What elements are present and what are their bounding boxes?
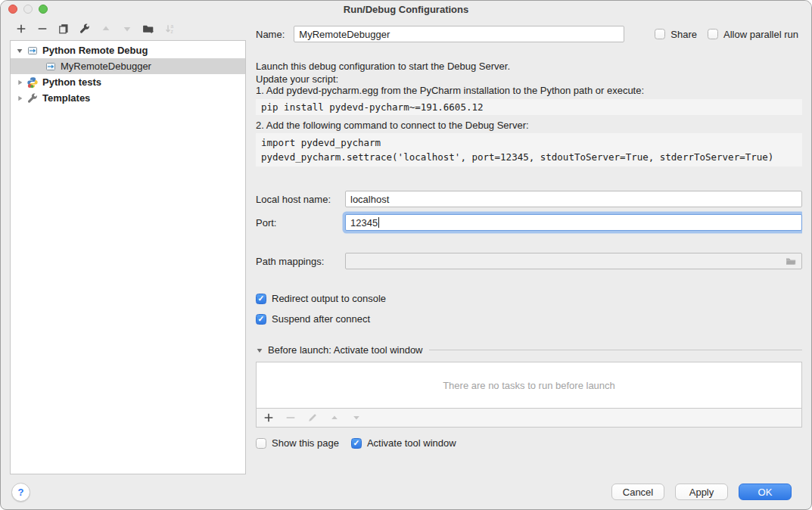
tree-item-python-remote-debug[interactable]: Python Remote Debug <box>11 42 245 58</box>
remote-debug-config-icon <box>26 45 39 57</box>
add-task-icon[interactable] <box>263 412 275 424</box>
before-launch-toolbar <box>256 409 802 428</box>
move-task-down-icon <box>350 412 362 424</box>
chevron-right-icon[interactable] <box>15 95 24 102</box>
separator-line <box>429 350 802 350</box>
titlebar: Run/Debug Configurations <box>1 1 811 17</box>
activate-tool-window-label: Activate tool window <box>367 437 456 449</box>
help-button[interactable]: ? <box>11 483 30 502</box>
before-launch-header: Before launch: Activate tool window <box>268 344 423 356</box>
name-label: Name: <box>256 29 285 40</box>
configurations-toolbar: az <box>10 17 246 40</box>
add-icon[interactable] <box>15 23 27 35</box>
share-label: Share <box>670 29 697 40</box>
step2-text: 2. Add the following command to connect … <box>256 120 802 131</box>
activate-tool-window-checkbox[interactable] <box>351 438 362 449</box>
local-host-name-input[interactable] <box>345 191 802 207</box>
show-this-page-checkbox[interactable] <box>256 438 266 449</box>
dialog-footer: ? Cancel Apply OK <box>1 474 811 509</box>
path-mappings-input[interactable] <box>345 253 802 269</box>
tree-item-label: Python Remote Debug <box>42 45 148 56</box>
configurations-tree: Python Remote Debug MyRemoteDebugger <box>10 40 246 474</box>
tree-item-label: Python tests <box>42 76 101 88</box>
remote-debug-config-icon <box>45 61 57 73</box>
help-icon: ? <box>18 487 24 498</box>
edit-task-pencil-icon <box>306 412 319 424</box>
remove-task-icon <box>285 412 297 424</box>
allow-parallel-run-label: Allow parallel run <box>723 29 798 40</box>
configurations-panel: az Python Remote Debug <box>10 17 246 474</box>
local-host-name-label: Local host name: <box>256 194 345 205</box>
intro-text: Launch this debug configuration to start… <box>256 61 802 72</box>
tree-item-templates[interactable]: Templates <box>11 90 245 106</box>
code-line: import pydevd_pycharm <box>261 135 797 150</box>
port-label: Port: <box>256 217 345 229</box>
path-mappings-label: Path mappings: <box>256 256 345 267</box>
tree-item-label: Templates <box>42 92 90 104</box>
traffic-lights <box>8 5 48 14</box>
suspend-after-connect-checkbox[interactable] <box>256 314 266 325</box>
show-this-page-label: Show this page <box>272 437 339 449</box>
tree-item-myremotedebugger[interactable]: MyRemoteDebugger <box>11 58 245 74</box>
copy-icon[interactable] <box>58 23 70 35</box>
name-input[interactable] <box>294 26 624 42</box>
move-task-up-icon <box>328 412 341 424</box>
svg-text:z: z <box>171 29 173 34</box>
code-line: pydevd_pycharm.settrace('localhost', por… <box>261 150 797 164</box>
before-launch-task-list: There are no tasks to run before launch <box>256 362 802 409</box>
edit-templates-wrench-icon[interactable] <box>79 23 91 35</box>
update-script-text: Update your script: <box>256 73 802 85</box>
redirect-output-checkbox[interactable] <box>256 294 266 304</box>
remove-icon[interactable] <box>36 23 48 35</box>
tree-item-python-tests[interactable]: Python tests <box>11 74 245 90</box>
allow-parallel-run-checkbox[interactable] <box>708 29 718 39</box>
python-tests-icon <box>26 76 39 89</box>
pip-install-code: pip install pydevd-pycharm~=191.6605.12 <box>256 99 802 115</box>
tree-item-label: MyRemoteDebugger <box>61 61 151 72</box>
empty-tasks-text: There are no tasks to run before launch <box>443 380 615 391</box>
chevron-right-icon[interactable] <box>15 79 24 86</box>
move-up-icon <box>100 23 112 35</box>
suspend-after-connect-label: Suspend after connect <box>272 313 370 325</box>
before-launch-collapse-icon[interactable] <box>256 347 263 354</box>
ok-button[interactable]: OK <box>739 484 792 500</box>
port-input[interactable]: 12345 <box>345 214 802 231</box>
close-window-button[interactable] <box>8 5 17 14</box>
share-checkbox[interactable] <box>655 29 665 39</box>
configuration-editor: Name: Share Allow parallel run Launch th… <box>256 17 802 474</box>
browse-folder-icon[interactable] <box>785 255 797 267</box>
settrace-code: import pydevd_pycharm pydevd_pycharm.set… <box>256 133 802 166</box>
run-debug-configurations-dialog: Run/Debug Configurations <box>0 0 812 510</box>
zoom-window-button[interactable] <box>39 5 48 14</box>
sort-alphabetically-icon: az <box>163 23 176 35</box>
chevron-down-icon[interactable] <box>15 47 24 54</box>
step1-text: 1. Add pydevd-pycharm.egg from the PyCha… <box>256 85 802 96</box>
redirect-output-label: Redirect output to console <box>272 293 386 304</box>
move-down-icon <box>121 23 133 35</box>
dialog-body: az Python Remote Debug <box>1 17 811 474</box>
templates-wrench-icon <box>26 92 39 104</box>
window-title: Run/Debug Configurations <box>344 4 468 15</box>
text-caret <box>378 217 379 228</box>
minimize-window-button <box>23 5 33 14</box>
new-folder-icon[interactable] <box>142 23 154 35</box>
apply-button[interactable]: Apply <box>675 484 728 500</box>
cancel-button[interactable]: Cancel <box>611 484 664 500</box>
